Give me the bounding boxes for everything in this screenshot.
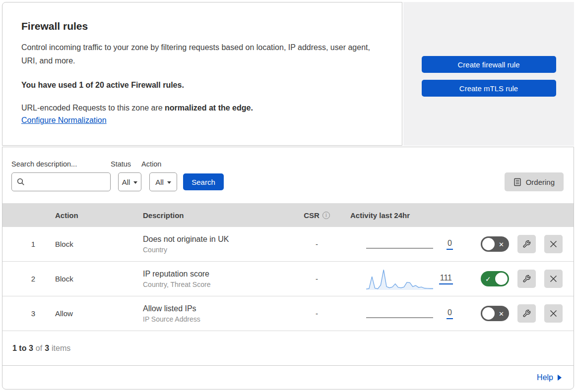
intro-card: Firewall rules Control incoming traffic … — [2, 2, 402, 146]
info-icon[interactable]: i — [322, 212, 330, 219]
status-dropdown-value: All — [122, 178, 130, 186]
pagination-items: items — [52, 344, 70, 353]
normalization-text: URL-encoded Requests to this zone are — [21, 104, 165, 112]
usage-note: You have used 1 of 20 active Firewall ru… — [21, 81, 380, 90]
activity-count-link[interactable]: 0 — [447, 308, 453, 319]
help-bar: Help — [2, 365, 574, 389]
rule-csr-value: - — [288, 275, 345, 283]
search-input-container[interactable] — [11, 172, 111, 191]
x-icon: ✕ — [499, 240, 504, 248]
edit-rule-button[interactable] — [517, 235, 536, 253]
top-section: Firewall rules Control incoming traffic … — [2, 2, 574, 146]
filter-bar: Search description... Status All Action … — [2, 147, 574, 203]
pagination-range: 1 to 3 — [12, 344, 33, 353]
action-dropdown-value: All — [155, 178, 164, 186]
search-icon — [17, 178, 25, 186]
activity-sparkline — [366, 233, 433, 255]
table-header: Action Description CSR i Activity last 2… — [2, 203, 574, 227]
chevron-down-icon — [167, 181, 171, 184]
chevron-down-icon — [133, 181, 137, 184]
help-link-label: Help — [537, 373, 553, 382]
delete-rule-button[interactable] — [544, 304, 563, 323]
rule-action: Allow — [50, 309, 136, 318]
delete-rule-button[interactable] — [544, 235, 563, 253]
check-icon: ✓ — [485, 275, 491, 283]
edit-rule-button[interactable] — [517, 304, 536, 323]
search-label: Search description... — [11, 160, 111, 168]
activity-count-link[interactable]: 0 — [447, 239, 453, 250]
rule-csr-value: - — [288, 240, 345, 248]
firewall-rules-card: Search description... Status All Action … — [2, 147, 574, 390]
column-header-activity: Activity last 24hr — [345, 211, 457, 220]
edit-rule-button[interactable] — [517, 270, 536, 288]
rule-description: Does not originate in UK — [143, 235, 288, 244]
wrench-icon — [522, 275, 531, 283]
rule-action: Block — [50, 240, 136, 248]
page-title: Firewall rules — [21, 20, 380, 32]
search-input[interactable] — [29, 178, 105, 186]
help-link[interactable]: Help — [537, 373, 562, 382]
activity-sparkline — [366, 268, 433, 290]
normalization-emphasis: normalized at the edge. — [165, 104, 253, 112]
rule-enabled-toggle[interactable]: ✓ ✕ — [481, 306, 509, 321]
ordering-button-label: Ordering — [526, 178, 555, 186]
delete-rule-button[interactable] — [544, 270, 563, 288]
pagination-of: of — [36, 344, 42, 353]
rule-fields: Country — [143, 246, 288, 254]
action-filter-label: Action — [141, 160, 177, 168]
status-filter-label: Status — [111, 160, 141, 168]
table-row: 2 Block IP reputation score Country, Thr… — [2, 262, 574, 296]
close-icon — [549, 309, 558, 318]
rule-priority: 3 — [2, 309, 50, 318]
search-button[interactable]: Search — [183, 173, 224, 190]
rule-action: Block — [50, 275, 136, 283]
normalization-note: URL-encoded Requests to this zone are no… — [21, 104, 380, 112]
action-dropdown[interactable]: All — [149, 172, 177, 191]
table-row: 1 Block Does not originate in UK Country… — [2, 227, 574, 262]
column-header-csr: CSR — [304, 211, 320, 220]
toggle-knob — [482, 238, 495, 250]
wrench-icon — [522, 240, 531, 248]
rule-enabled-toggle[interactable]: ✓ ✕ — [481, 236, 509, 252]
rule-description: IP reputation score — [143, 270, 288, 279]
rule-priority: 2 — [2, 275, 50, 283]
ordering-button[interactable]: Ordering — [505, 172, 564, 191]
close-icon — [549, 240, 558, 248]
configure-normalization-link[interactable]: Configure Normalization — [21, 116, 107, 124]
status-dropdown[interactable]: All — [118, 172, 141, 191]
rule-fields: IP Source Address — [143, 315, 288, 323]
toggle-knob — [495, 273, 508, 285]
actions-panel: Create firewall rule Create mTLS rule — [403, 2, 574, 146]
x-icon: ✕ — [499, 310, 504, 317]
toggle-knob — [482, 307, 495, 320]
rule-enabled-toggle[interactable]: ✓ ✕ — [481, 271, 509, 286]
activity-sparkline — [366, 303, 433, 325]
table-row: 3 Allow Allow listed IPs IP Source Addre… — [2, 296, 574, 331]
column-header-action: Action — [50, 211, 136, 220]
activity-count-link[interactable]: 111 — [439, 274, 453, 284]
rule-fields: Country, Threat Score — [143, 280, 288, 288]
wrench-icon — [522, 309, 531, 318]
create-mtls-rule-button[interactable]: Create mTLS rule — [422, 80, 556, 97]
pagination-total: 3 — [45, 344, 49, 353]
chevron-right-icon — [558, 375, 562, 381]
rule-priority: 1 — [2, 240, 50, 248]
column-header-description: Description — [136, 211, 288, 220]
rule-csr-value: - — [288, 309, 345, 318]
rule-description: Allow listed IPs — [143, 304, 288, 313]
close-icon — [549, 275, 558, 283]
create-firewall-rule-button[interactable]: Create firewall rule — [422, 56, 556, 73]
pagination-summary: 1 to 3 of 3 items — [2, 331, 574, 365]
intro-description: Control incoming traffic to your zone by… — [21, 41, 376, 67]
ordering-list-icon — [513, 178, 521, 186]
